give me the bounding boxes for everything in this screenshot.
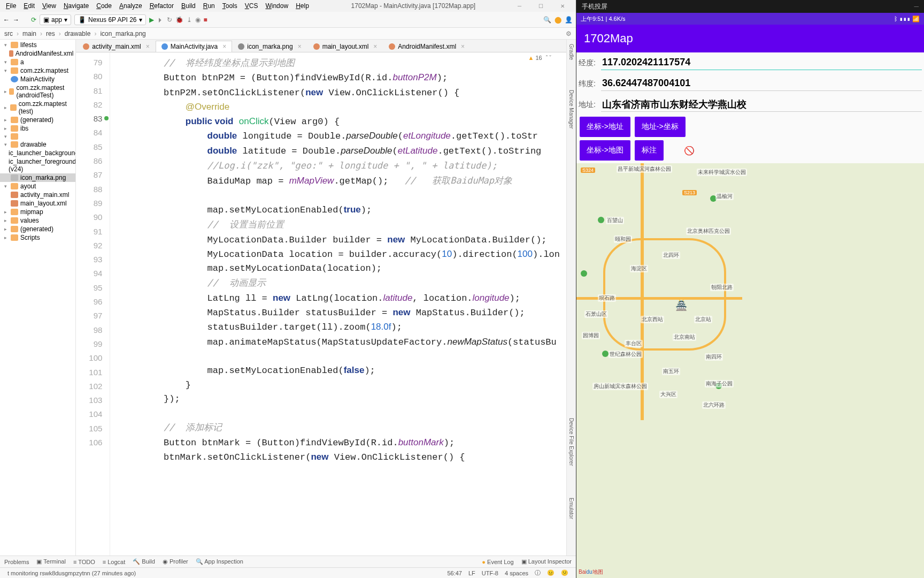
tree-item[interactable]: ▸values [0, 216, 75, 225]
code-editor[interactable]: // 将经纬度坐标点显示到地图 Button btnP2M = (Button)… [110, 52, 566, 556]
terminal-tool-button[interactable]: ▣ Terminal [36, 558, 65, 565]
run-button[interactable]: ▶ [149, 16, 154, 24]
tree-item[interactable]: AndroidManifest.xml [0, 49, 75, 58]
warnings-badge[interactable]: ▲16 ˆˇ [528, 55, 551, 61]
line-ending[interactable]: LF [465, 570, 479, 576]
tree-item[interactable]: ▾ayout [0, 182, 75, 191]
app-inspection-button[interactable]: 🔍 App Inspection [196, 558, 243, 565]
breadcrumb-item[interactable]: src [4, 30, 13, 37]
emulator-tool-button[interactable]: Emulator [567, 493, 576, 523]
indent-setting[interactable]: 4 spaces [502, 570, 532, 576]
menu-navigate[interactable]: Navigate [60, 2, 93, 10]
map-label: 朝阳北路 [710, 284, 734, 291]
baidu-map-view[interactable]: S324 S213 🏯 Baidu地图 昌平新城滨河森林公园未来科学城滨水公园温… [576, 163, 924, 578]
tree-item[interactable]: ▾lifests [0, 41, 75, 49]
layout-inspector-button[interactable]: ▣ Layout Inspector [521, 558, 572, 565]
map-label: 温榆河 [715, 193, 734, 200]
file-encoding[interactable]: UTF-8 [479, 570, 502, 576]
tree-item[interactable]: ▾com.zzk.maptest [0, 66, 75, 75]
editor-tab[interactable]: AndroidManifest.xml× [383, 41, 471, 52]
tree-item[interactable]: ▸com.zzk.maptest (androidTest) [0, 83, 75, 100]
breadcrumb-item[interactable]: icon_marka.png [100, 30, 145, 37]
address-input[interactable] [601, 97, 922, 112]
tree-item[interactable]: main_layout.xml [0, 199, 75, 208]
breadcrumb-item[interactable]: drawable [65, 30, 91, 37]
close-icon[interactable]: ✕ [557, 3, 568, 9]
tree-item[interactable]: ic_launcher_background.xml [0, 149, 75, 157]
maximize-icon[interactable]: ☐ [535, 3, 547, 9]
tree-item[interactable]: ▾a [0, 58, 75, 66]
debug-icon[interactable]: ⏵ [157, 16, 164, 24]
device-file-explorer-button[interactable]: Device File Explorer [567, 414, 576, 470]
menu-vcs[interactable]: VCS [241, 2, 262, 10]
coord-to-addr-button[interactable]: 坐标->地址 [580, 117, 630, 137]
mark-button[interactable]: 标注 [635, 140, 664, 161]
build-tool-button[interactable]: 🔨 Build [133, 558, 155, 565]
editor-tab[interactable]: MainActivity.java× [156, 41, 233, 52]
breadcrumb-item[interactable]: main [22, 30, 36, 37]
stop-icon[interactable]: ■ [204, 16, 207, 24]
attach-icon[interactable]: ⤓ [187, 16, 192, 24]
tree-item[interactable]: ▸(generated) [0, 116, 75, 124]
branch-icon[interactable]: ⓘ [532, 569, 544, 577]
menu-file[interactable]: File [2, 2, 20, 10]
map-label: 南四环 [705, 353, 723, 361]
profiler-tool-button[interactable]: ◉ Profiler [163, 558, 188, 565]
tree-item[interactable]: icon_marka.png [0, 173, 75, 182]
map-label: 颐和园 [614, 235, 632, 243]
tree-item[interactable]: ▸mipmap [0, 208, 75, 216]
sync-icon[interactable]: ⟳ [31, 16, 36, 24]
tree-item[interactable]: ic_launcher_foreground.xml (v24) [0, 157, 75, 173]
search-icon[interactable]: 🔍 [543, 16, 551, 24]
tree-item[interactable]: ▾ [0, 133, 75, 140]
menu-window[interactable]: Window [261, 2, 292, 10]
gear-icon[interactable]: ⚙ [566, 30, 572, 37]
problems-tool-button[interactable]: Problems [4, 559, 29, 565]
profile-icon[interactable]: ◉ [195, 16, 201, 24]
addr-to-coord-button[interactable]: 地址->坐标 [635, 117, 686, 137]
menu-refactor[interactable]: Refactor [146, 2, 178, 10]
breadcrumb-item[interactable]: res [46, 30, 55, 37]
editor-tab[interactable]: main_layout.xml× [307, 41, 383, 52]
gradle-tool-button[interactable]: Gradle [567, 40, 576, 64]
device-dropdown[interactable]: 📱 Nexus 6P API 26 ▾ [74, 14, 146, 25]
minimize-icon[interactable]: ─ [514, 3, 525, 9]
tree-item[interactable]: ▾drawable [0, 140, 75, 149]
map-label: 南海子公园 [705, 380, 734, 387]
nav-back-icon[interactable]: ← [3, 16, 10, 24]
editor-tab[interactable]: activity_main.xml× [77, 41, 155, 52]
tree-item[interactable]: activity_main.xml [0, 191, 75, 199]
user-icon[interactable]: 👤 [565, 16, 573, 24]
longitude-input[interactable] [601, 56, 922, 70]
menu-edit[interactable]: Edit [20, 2, 38, 10]
project-tree[interactable]: ▾lifestsAndroidManifest.xml▾a▾com.zzk.ma… [0, 40, 76, 556]
tree-item[interactable]: MainActivity [0, 75, 75, 83]
coverage-icon[interactable]: ↻ [167, 16, 172, 24]
device-manager-tool-button[interactable]: Device Manager [567, 86, 576, 133]
tree-item[interactable]: ▸(generated) [0, 225, 75, 233]
emoji-2[interactable]: 😕 [558, 569, 572, 576]
notification-icon[interactable]: ⬤ [555, 16, 561, 24]
tree-item[interactable]: ▸Scripts [0, 233, 75, 242]
menu-build[interactable]: Build [178, 2, 199, 10]
tree-item[interactable]: ▸com.zzk.maptest (test) [0, 100, 75, 116]
event-log-button[interactable]: ● Event Log [482, 559, 513, 565]
menu-code[interactable]: Code [93, 2, 116, 10]
editor-tab[interactable]: icon_marka.png× [232, 41, 307, 52]
menu-analyze[interactable]: Analyze [116, 2, 146, 10]
latitude-input[interactable] [601, 77, 922, 91]
phone-minimize-icon[interactable]: ─ [914, 3, 919, 10]
nav-forward-icon[interactable]: → [13, 16, 19, 24]
todo-tool-button[interactable]: ≡ TODO [73, 559, 95, 565]
caret-position[interactable]: 56:47 [444, 570, 465, 576]
coord-to-map-button[interactable]: 坐标->地图 [580, 140, 630, 161]
menu-view[interactable]: View [38, 2, 60, 10]
bug-icon[interactable]: 🐞 [175, 16, 183, 24]
run-config-dropdown[interactable]: ▣ app ▾ [40, 14, 71, 25]
tree-item[interactable]: ▸ibs [0, 124, 75, 133]
menu-run[interactable]: Run [199, 2, 219, 10]
logcat-tool-button[interactable]: ≡ Logcat [103, 559, 126, 565]
menu-tools[interactable]: Tools [219, 2, 241, 10]
emoji-1[interactable]: 😐 [544, 569, 558, 576]
menu-help[interactable]: Help [292, 2, 313, 10]
